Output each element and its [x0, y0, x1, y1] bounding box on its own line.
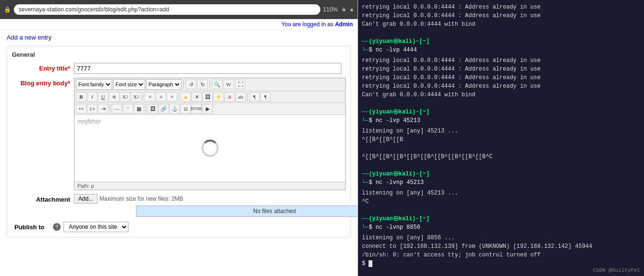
- term-line: retrying local 0.0.0.0:4444 : Address al…: [362, 11, 640, 20]
- highlight-btn[interactable]: ▲: [180, 92, 191, 102]
- url-bar[interactable]: severnaya-station.com/gnocertdir/blog/ed…: [14, 4, 320, 15]
- undo-btn[interactable]: ↺: [186, 80, 196, 89]
- term-block: ──(yiyuan㉿kali)-[~] └─$ nc -lvnp 8856: [362, 215, 640, 232]
- find-btn[interactable]: 🔍: [212, 80, 222, 89]
- subscript-btn[interactable]: X2: [120, 92, 130, 102]
- publish-select[interactable]: Anyone on this site: [63, 222, 128, 232]
- italic-btn[interactable]: I: [87, 92, 97, 102]
- align-right-btn[interactable]: ≡: [167, 92, 177, 102]
- pocket-icon[interactable]: ●: [350, 6, 354, 13]
- special-char-btn[interactable]: Ω: [180, 104, 191, 113]
- term-blank: [362, 29, 640, 37]
- term-line: └─$ nc -lvnp 8856: [362, 223, 640, 232]
- logged-in-user: Admin: [335, 21, 353, 28]
- add-new-entry-link[interactable]: Add a new entry: [7, 34, 351, 41]
- max-size-text: Maximum size for new files: 2MB: [99, 195, 183, 202]
- link-btn[interactable]: 🔗: [158, 104, 169, 113]
- terminal-panel: retrying local 0.0.0.0:4444 : Address al…: [358, 0, 644, 276]
- ul-btn[interactable]: •≡: [76, 104, 86, 113]
- term-line: ──(yiyuan㉿kali)-[~]: [362, 215, 640, 223]
- editor-body[interactable]: mnjfxhsr: [74, 115, 345, 182]
- lock-icon: 🔒: [4, 6, 11, 13]
- attachment-row: Attachment Add... Maximum size for new f…: [12, 194, 346, 217]
- font-size-select[interactable]: Font size: [113, 79, 145, 90]
- browser-chrome: 🔒 severnaya-station.com/gnocertdir/blog/…: [0, 0, 358, 19]
- edit-html-btn[interactable]: HTML: [191, 104, 202, 113]
- image-btn[interactable]: 🖼: [202, 92, 213, 102]
- ltr-btn[interactable]: ¶: [249, 92, 260, 102]
- term-blank: [362, 161, 640, 170]
- underline-btn[interactable]: U: [98, 92, 108, 102]
- add-file-button[interactable]: Add...: [74, 194, 97, 204]
- term-blank: [362, 144, 640, 153]
- redo-btn[interactable]: ↻: [197, 80, 208, 89]
- flash-btn[interactable]: ⚡: [213, 92, 224, 102]
- clear-format-btn[interactable]: ✕: [191, 92, 202, 102]
- term-cursor-line: $: [362, 259, 640, 268]
- term-line: ──(yiyuan㉿kali)-[~]: [362, 170, 640, 178]
- term-blank: [362, 206, 640, 215]
- term-line: Can't grab 0.0.0.0:4444 with bind: [362, 91, 640, 99]
- indent-btn[interactable]: ⇥: [98, 104, 108, 113]
- anchor-btn[interactable]: ⚓: [169, 104, 180, 113]
- toolbar-sep5: [247, 92, 248, 101]
- term-line: ──(yiyuan㉿kali)-[~]: [362, 37, 640, 46]
- term-line: ──(yiyuan㉿kali)-[~]: [362, 108, 640, 116]
- editor-path: Path: p: [74, 182, 345, 190]
- term-line: listening on [any] 45213 ...: [362, 189, 640, 197]
- no-files-bar: No files attached: [136, 205, 358, 217]
- toolbar-sep6: [110, 104, 110, 113]
- paragraph-select[interactable]: Paragraph: [146, 79, 181, 90]
- entry-title-input[interactable]: [74, 63, 341, 74]
- bg-color-btn[interactable]: ab: [235, 92, 246, 102]
- help-icon[interactable]: ?: [53, 223, 61, 231]
- attachment-label: Attachment: [12, 194, 74, 203]
- page-body: Add a new entry General Entry title* Blo…: [0, 30, 358, 241]
- spinner: [201, 140, 219, 157]
- term-line: └─$ nc -lvp 4444: [362, 46, 640, 54]
- general-section: General Entry title* Blog entry body* Fo…: [7, 46, 351, 237]
- term-block: ──(yiyuan㉿kali)-[~] └─$ nc -lvp 45213: [362, 108, 640, 125]
- superscript-btn[interactable]: X2: [131, 92, 141, 102]
- font-color-btn[interactable]: A: [224, 92, 235, 102]
- toolbar-row1: Font family Font size Paragraph ↺ ↻: [74, 78, 345, 91]
- browser-panel: 🔒 severnaya-station.com/gnocertdir/blog/…: [0, 0, 358, 276]
- bold-btn[interactable]: B: [76, 92, 86, 102]
- toolbar-sep3: [143, 92, 143, 101]
- table-btn[interactable]: ▦: [134, 104, 144, 113]
- logged-in-text: You are logged in as: [281, 21, 333, 28]
- editor-placeholder: mnjfxhsr: [77, 118, 101, 125]
- term-line: └─$ nc -lvnp 45213: [362, 178, 640, 187]
- term-blank: [362, 99, 640, 108]
- publish-row: Publish to ? Anyone on this site: [12, 222, 346, 232]
- term-line: retrying local 0.0.0.0:4444 : Address al…: [362, 73, 640, 82]
- blockquote-btn[interactable]: ": [123, 104, 133, 113]
- url-text: severnaya-station.com/gnocertdir/blog/ed…: [19, 6, 169, 13]
- align-center-btn[interactable]: ≡: [156, 92, 166, 102]
- publish-label: Publish to: [14, 224, 44, 231]
- blog-entry-label: Blog entry body*: [12, 78, 74, 87]
- rtl-btn[interactable]: ¶: [260, 92, 271, 102]
- hr-btn[interactable]: —: [112, 104, 122, 113]
- more-btn[interactable]: ▶: [202, 104, 213, 113]
- blog-entry-row: Blog entry body* Font family Font size P: [12, 78, 346, 190]
- entry-title-row: Entry title*: [12, 63, 346, 74]
- term-line: Can't grab 0.0.0.0:4444 with bind: [362, 20, 640, 29]
- term-line: retrying local 0.0.0.0:4444 : Address al…: [362, 65, 640, 73]
- paste-word-btn[interactable]: W: [223, 80, 234, 89]
- toolbar-sep2: [210, 80, 210, 89]
- ol-btn[interactable]: 1≡: [87, 104, 97, 113]
- term-line: retrying local 0.0.0.0:4444 : Address al…: [362, 82, 640, 91]
- fullscreen-btn[interactable]: ⛶: [235, 80, 245, 89]
- term-line: connect to [192.168.132.139] from (UNKNO…: [362, 242, 640, 251]
- toolbar-row2: B I U S X2 X2 ≡ ≡ ≡ ▲ ✕: [74, 91, 345, 103]
- star-icon[interactable]: ★: [341, 6, 347, 13]
- term-line: └─$ nc -lvp 45213: [362, 116, 640, 125]
- font-family-select[interactable]: Font family: [76, 79, 112, 90]
- strikethrough-btn[interactable]: S: [109, 92, 119, 102]
- term-block: ──(yiyuan㉿kali)-[~] └─$ nc -lvp 4444: [362, 37, 640, 54]
- img2-btn[interactable]: 🖼: [148, 104, 158, 113]
- align-left-btn[interactable]: ≡: [145, 92, 155, 102]
- toolbar-row3: •≡ 1≡ ⇥ — " ▦ 🖼 🔗 ⚓ Ω HTML: [74, 103, 345, 115]
- zoom-label: 110%: [323, 6, 338, 13]
